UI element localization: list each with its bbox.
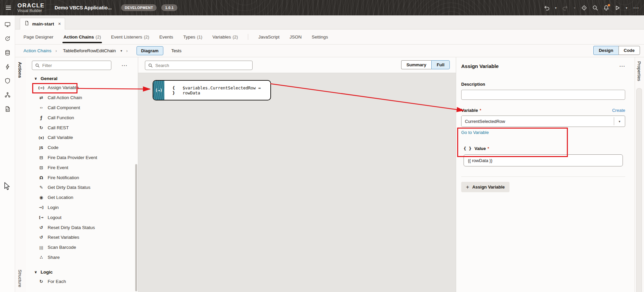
go-to-variable-link[interactable]: Go to Variable [461,130,489,135]
processes-icon[interactable] [4,35,11,42]
mode-code-button[interactable]: Code [619,46,640,55]
action-item-code[interactable]: JSCode [26,143,138,153]
action-item-call-rest[interactable]: ↻Call REST [26,123,138,133]
tab-page-designer[interactable]: Page Designer [23,29,53,44]
code-icon: JS [37,146,46,150]
zoom-summary-button[interactable]: Summary [401,60,431,69]
panel-tab-properties[interactable]: Properties [637,61,642,81]
action-item-for-each[interactable]: ↻For Each [26,276,138,286]
tab-variables[interactable]: Variables(2) [212,29,238,44]
section-general[interactable]: ∨General [26,74,138,83]
tab-events[interactable]: Events [159,29,173,44]
tab-settings[interactable]: Settings [312,29,328,44]
scan-barcode-icon: ||| [37,245,46,249]
node-expression-text: $variables.CurrentSelectedRow = rowData [182,85,270,95]
nav-tabs: Page DesignerAction Chains(2)Event Liste… [15,29,644,45]
properties-overflow-menu-icon[interactable]: ⋯ [619,63,625,70]
web-apps-icon[interactable] [4,21,11,28]
chevron-down-icon: ∨ [34,76,37,81]
breadcrumb-separator-2: › [126,48,127,53]
call-variable-icon: (x) [37,136,46,140]
mode-design-button[interactable]: Design [593,46,618,55]
dependencies-icon[interactable] [4,91,11,98]
tab-types[interactable]: Types(1) [183,29,202,44]
breadcrumb-current-chain[interactable]: TableBeforeRowEditChain [63,48,116,53]
diagnostics-icon[interactable] [581,4,587,11]
run-icon[interactable] [614,4,621,11]
panel-splitter[interactable] [636,88,642,292]
tab-event-listeners[interactable]: Event Listeners(2) [111,29,149,44]
braces-icon: { } [172,85,179,95]
value-input[interactable] [464,154,623,166]
add-assign-variable-button[interactable]: + Assign Variable [461,182,509,192]
tab-label: main-start [32,21,54,26]
section-logic[interactable]: ∨Logic [26,268,138,276]
notifications-icon[interactable] [603,4,609,11]
action-item-scan-barcode[interactable]: |||Scan Barcode [26,242,138,252]
action-item-reset-variables[interactable]: ↺Reset Variables [26,232,138,242]
design-code-toggle: DesignCode [593,46,640,55]
diagram-search-box [145,61,253,70]
right-panel-strip: Properties [635,57,644,292]
hamburger-menu-icon[interactable] [5,4,12,11]
components-icon[interactable] [4,77,11,84]
variable-dropdown-chevron-icon[interactable]: ▾ [614,116,625,127]
actions-overflow-menu-icon[interactable]: ⋯ [121,62,127,69]
services-icon[interactable] [4,63,11,70]
action-item-reset-dirty-data-status[interactable]: ↺Reset Dirty Data Status [26,222,138,232]
assign-variable-node[interactable]: (→) { } $variables.CurrentSelectedRow = … [153,80,271,100]
actions-scrollbar[interactable] [135,164,137,291]
description-label: Description [461,82,625,87]
call-action-chain-icon: ⇄ [37,95,46,100]
summary-full-toggle: SummaryFull [401,60,450,69]
app-title[interactable]: Demo VBCS Applicatio... [55,5,112,10]
expression-braces-icon: { } [464,146,471,151]
action-item-fire-notification[interactable]: ΩFire Notification [26,172,138,182]
call-function-icon: ƒ [37,115,46,120]
create-variable-link[interactable]: Create [612,108,625,113]
get-dirty-data-status-icon: ✎ [37,185,46,190]
diagram-search-input[interactable] [155,63,250,68]
required-marker: * [480,108,481,113]
action-item-call-function[interactable]: ƒCall Function [26,113,138,123]
zoom-full-button[interactable]: Full [431,60,450,69]
action-item-share[interactable]: ∴Share [26,252,138,263]
breadcrumb-action-chains-link[interactable]: Action Chains [23,48,51,53]
left-panel-tabs: Actions Structure [15,57,26,292]
description-input[interactable] [461,90,625,100]
source-icon[interactable] [4,105,11,113]
action-item-call-component[interactable]: ‹›Call Component [26,103,138,113]
run-options-chevron-icon[interactable]: ▾ [625,4,628,11]
fire-event-icon: ⊡ [37,165,46,170]
tab-json[interactable]: JSON [289,29,302,44]
action-item-call-action-chain[interactable]: ⇄Call Action Chain [26,93,138,103]
action-item-assign-variable[interactable]: (→)Assign Variable [26,83,138,93]
undo-options-chevron-icon[interactable]: ▾ [554,4,557,11]
filter-input[interactable] [42,63,108,68]
close-tab-icon[interactable]: × [58,21,61,26]
variable-input[interactable] [462,116,614,127]
tab-action-chains[interactable]: Action Chains(2) [63,29,101,44]
panel-tab-actions[interactable]: Actions [17,62,22,78]
business-objects-icon[interactable] [4,49,11,56]
action-item-get-location[interactable]: ◉Get Location [26,193,138,203]
view-tab-diagram[interactable]: Diagram [137,46,163,55]
filter-box [32,61,111,70]
tab-main-start[interactable]: main-start × [20,18,65,29]
action-item-get-dirty-data-status[interactable]: ✎Get Dirty Data Status [26,182,138,193]
action-item-fire-event[interactable]: ⊡Fire Event [26,162,138,172]
action-item-call-variable[interactable]: (x)Call Variable [26,133,138,143]
search-icon[interactable] [592,4,598,11]
assign-variable-node-expression: { } $variables.CurrentSelectedRow = rowD… [164,81,270,100]
tab-javascript[interactable]: JavaScript [258,29,279,44]
chain-switcher-chevron-icon[interactable]: ▾ [120,49,122,53]
header-toolbar: ▾▾▾⋯ [543,0,639,15]
overflow-menu-icon[interactable]: ⋯ [633,4,639,11]
view-tab-tests[interactable]: Tests [167,46,186,55]
action-item-fire-data-provider-event[interactable]: ⊟Fire Data Provider Event [26,153,138,163]
action-item-login[interactable]: →]Login [26,203,138,213]
plus-icon: + [466,184,469,190]
undo-icon[interactable] [543,4,550,11]
action-item-logout[interactable]: [→Logout [26,212,138,222]
panel-tab-structure[interactable]: Structure [17,270,22,287]
